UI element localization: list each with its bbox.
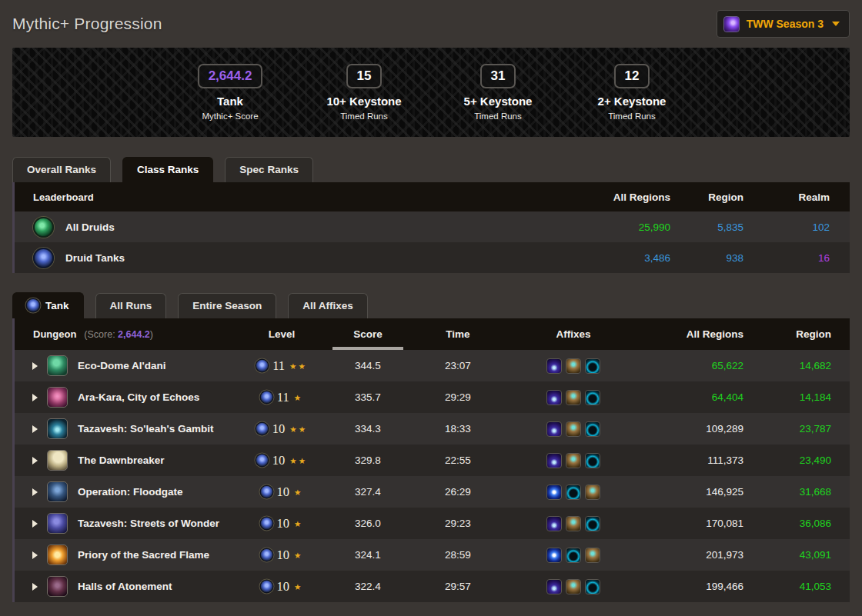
affix-set	[508, 390, 639, 405]
expand-icon[interactable]	[15, 551, 38, 559]
region-rank[interactable]: 14,184	[762, 391, 850, 403]
table-row[interactable]: Tazavesh: Streets of Wonder 10★ 326.0 29…	[15, 508, 850, 539]
table-row[interactable]: Operation: Floodgate 10★ 327.4 26:29 146…	[15, 476, 850, 508]
stat-sublabel: Timed Runs	[474, 112, 522, 121]
upgrade-stars: ★★	[289, 456, 307, 465]
table-row[interactable]: Eco-Dome Al'dani 11★★ 344.5 23:07 65,622…	[15, 350, 850, 381]
all-regions-rank[interactable]: 25,990	[575, 221, 690, 233]
all-regions-rank[interactable]: 109,289	[639, 423, 762, 435]
affix-set	[508, 484, 639, 500]
region-rank[interactable]: 31,668	[762, 486, 850, 498]
stat-value: 31	[480, 64, 516, 88]
dungeon-icon	[47, 576, 68, 597]
dungeon-name[interactable]: Eco-Dome Al'dani	[68, 360, 236, 371]
expand-icon[interactable]	[15, 520, 38, 528]
all-regions-rank[interactable]: 201,973	[639, 549, 762, 561]
affix-icon	[585, 421, 600, 437]
expand-icon[interactable]	[15, 583, 38, 591]
tab-entire-season[interactable]: Entire Season	[178, 293, 276, 318]
col-level[interactable]: Level	[236, 328, 328, 340]
affix-icon	[566, 484, 581, 500]
all-regions-rank[interactable]: 3,486	[575, 252, 690, 264]
all-regions-rank[interactable]: 199,466	[639, 581, 762, 592]
dungeon-icon	[47, 355, 68, 376]
region-rank[interactable]: 23,490	[762, 455, 850, 466]
expand-icon[interactable]	[15, 425, 38, 433]
tab-overall-ranks[interactable]: Overall Ranks	[12, 157, 111, 182]
run-score: 335.7	[328, 391, 408, 403]
expand-icon[interactable]	[15, 362, 38, 370]
keystone-level: 10★	[236, 484, 328, 500]
tab-class-ranks[interactable]: Class Ranks	[122, 157, 213, 182]
col-score-sorted[interactable]: Score	[328, 328, 408, 340]
affix-icon	[585, 358, 600, 374]
keystone-level: 10★★	[236, 421, 328, 437]
leaderboard-row-druid-tanks[interactable]: Druid Tanks 3,486 938 16	[15, 242, 850, 273]
run-score: 327.4	[328, 486, 408, 498]
stat-2plus-runs: 12 2+ Keystone Timed Runs	[586, 64, 678, 121]
dungeon-name[interactable]: Operation: Floodgate	[68, 486, 236, 498]
tab-label: All Runs	[110, 300, 152, 311]
affix-icon	[546, 548, 562, 563]
region-rank[interactable]: 14,682	[762, 360, 850, 371]
stat-label: Tank	[217, 95, 243, 108]
col-region[interactable]: Region	[762, 328, 850, 340]
tab-all-affixes[interactable]: All Affixes	[288, 293, 368, 318]
region-rank[interactable]: 5,835	[690, 221, 763, 233]
all-regions-rank[interactable]: 65,622	[639, 360, 762, 371]
dungeon-name[interactable]: The Dawnbreaker	[68, 455, 236, 466]
table-row[interactable]: Priory of the Sacred Flame 10★ 324.1 28:…	[15, 539, 850, 571]
table-row[interactable]: The Dawnbreaker 10★★ 329.8 22:55 111,373…	[15, 445, 850, 476]
affix-set	[508, 358, 639, 374]
keystone-level: 10★	[236, 579, 328, 594]
dungeon-name[interactable]: Ara-Kara, City of Echoes	[68, 391, 236, 403]
expand-icon[interactable]	[15, 488, 38, 496]
tab-tank[interactable]: Tank	[12, 292, 84, 318]
region-rank[interactable]: 23,787	[762, 423, 850, 435]
all-regions-rank[interactable]: 170,081	[639, 518, 762, 529]
realm-rank[interactable]: 102	[763, 221, 850, 233]
stat-label: 5+ Keystone	[464, 95, 533, 108]
affix-set	[508, 453, 639, 468]
table-row[interactable]: Tazavesh: So'leah's Gambit 10★★ 334.3 18…	[15, 413, 850, 445]
affix-icon	[566, 579, 581, 594]
run-score: 324.1	[328, 549, 408, 561]
dungeon-icon	[47, 544, 68, 565]
leaderboard-row-name: All Druids	[56, 221, 575, 233]
keystone-level: 10★★	[236, 453, 328, 468]
dungeon-name[interactable]: Halls of Atonement	[68, 581, 236, 592]
region-rank[interactable]: 938	[690, 252, 763, 264]
run-time: 28:59	[408, 549, 508, 561]
region-rank[interactable]: 36,086	[762, 518, 850, 529]
season-selector-button[interactable]: TWW Season 3	[717, 10, 850, 38]
all-regions-rank[interactable]: 146,925	[639, 486, 762, 498]
run-time: 29:29	[408, 391, 508, 403]
dungeon-icon	[47, 513, 68, 534]
dungeon-name[interactable]: Tazavesh: So'leah's Gambit	[68, 423, 236, 435]
tank-role-icon	[261, 518, 272, 529]
leaderboard-row-all-druids[interactable]: All Druids 25,990 5,835 102	[15, 211, 850, 242]
affix-icon	[566, 421, 581, 437]
table-row[interactable]: Halls of Atonement 10★ 322.4 29:57 199,4…	[15, 571, 850, 602]
tab-all-runs[interactable]: All Runs	[95, 293, 167, 318]
realm-rank[interactable]: 16	[763, 252, 850, 264]
all-regions-rank[interactable]: 64,404	[639, 391, 762, 403]
table-row[interactable]: Ara-Kara, City of Echoes 11★ 335.7 29:29…	[15, 381, 850, 413]
expand-icon[interactable]	[15, 394, 38, 401]
stat-mythic-score: 2,644.2 Tank Mythic+ Score	[184, 64, 276, 121]
col-all-regions[interactable]: All Regions	[639, 328, 762, 340]
tab-label: Entire Season	[192, 300, 262, 311]
dungeon-name[interactable]: Priory of the Sacred Flame	[68, 549, 236, 561]
tab-label: Tank	[45, 300, 69, 311]
tab-label: Overall Ranks	[27, 164, 96, 175]
region-rank[interactable]: 41,053	[762, 581, 850, 592]
all-regions-rank[interactable]: 111,373	[639, 455, 762, 466]
stat-5plus-runs: 31 5+ Keystone Timed Runs	[452, 64, 544, 121]
dungeon-name[interactable]: Tazavesh: Streets of Wonder	[68, 518, 236, 529]
expand-icon[interactable]	[15, 457, 38, 464]
tab-spec-ranks[interactable]: Spec Ranks	[225, 157, 313, 182]
affix-set	[508, 516, 639, 531]
col-time[interactable]: Time	[408, 328, 508, 340]
region-rank[interactable]: 43,091	[762, 549, 850, 561]
col-affixes[interactable]: Affixes	[508, 328, 639, 340]
